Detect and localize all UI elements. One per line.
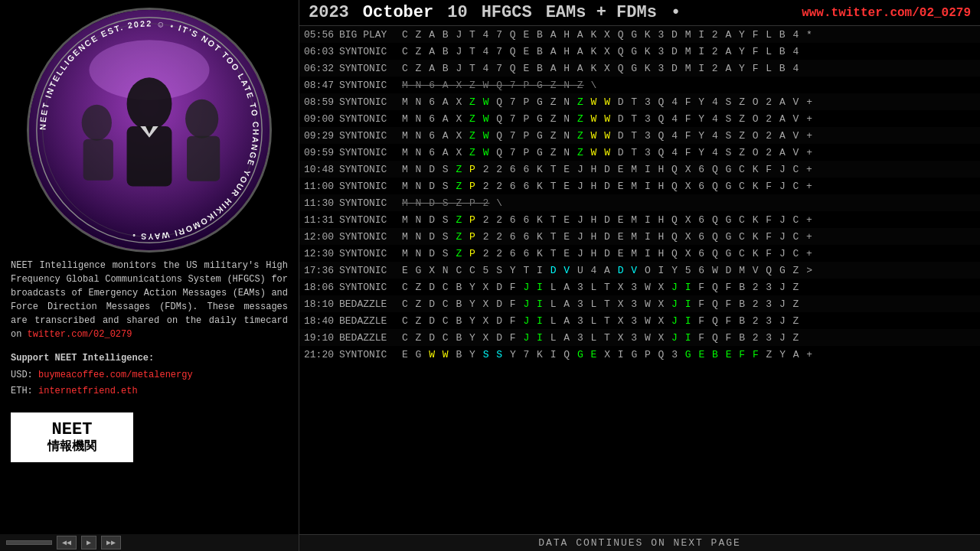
row-station: SYNTONIC	[339, 248, 402, 259]
header-types: EAMs + FDMs	[546, 3, 657, 22]
row-codes: M N 6 A X Z W Q 7 P G Z N Z \	[402, 80, 597, 91]
row-station: BEDAZZLE	[339, 332, 402, 344]
bottom-footer: DATA CONTINUES ON NEXT PAGE	[299, 534, 980, 551]
row-station: SYNTONIC	[339, 164, 402, 175]
svg-point-7	[82, 105, 112, 141]
row-codes: C Z A B J T 4 7 Q E B A H A K X Q G K 3 …	[402, 63, 799, 74]
row-codes: M N D S Z P 2 2 6 6 K T E J H D E M I H …	[402, 248, 813, 259]
row-time: 09:59	[304, 147, 339, 158]
usd-link[interactable]: buymeacoffee.com/metalenergy	[38, 370, 193, 380]
row-codes: C Z D C B Y X D F J I L A 3 L T X 3 W X …	[402, 282, 799, 293]
row-time: 18:40	[304, 315, 339, 327]
neet-logo: NEET 情報機関	[11, 412, 133, 463]
row-station: SYNTONIC	[339, 113, 402, 125]
row-time: 06:03	[304, 46, 339, 57]
table-row: 09:00 SYNTONIC M N 6 A X Z W Q 7 P G Z N…	[299, 110, 980, 127]
row-station: SYNTONIC	[339, 147, 402, 158]
table-row: 12:30 SYNTONIC M N D S Z P 2 2 6 6 K T E…	[299, 245, 980, 262]
row-codes: E G W W B Y S S Y 7 K I Q G E X I G P Q …	[402, 349, 813, 360]
row-station: SYNTONIC	[339, 130, 402, 142]
header-year: 2023	[309, 3, 349, 22]
table-row: 08:59 SYNTONIC M N 6 A X Z W Q 7 P G Z N…	[299, 93, 980, 110]
row-codes: C Z A B J T 4 7 Q E B A H A K X Q G K 3 …	[402, 46, 799, 57]
table-row: 11:00 SYNTONIC M N D S Z P 2 2 6 6 K T E…	[299, 178, 980, 194]
row-codes: C Z A B J T 4 7 Q E B A H A K X Q G K 3 …	[402, 29, 813, 41]
table-row: 08:47 SYNTONIC M N 6 A X Z W Q 7 P G Z N…	[299, 77, 980, 93]
row-station: SYNTONIC	[339, 349, 402, 360]
row-codes: C Z D C B Y X D F J I L A 3 L T X 3 W X …	[402, 332, 799, 344]
header-twitter: www.twitter.com/02_0279	[802, 6, 971, 20]
row-time: 08:59	[304, 96, 339, 108]
table-row: 05:56 BIG PLAY C Z A B J T 4 7 Q E B A H…	[299, 26, 980, 43]
table-row: 10:48 SYNTONIC M N D S Z P 2 2 6 6 K T E…	[299, 161, 980, 178]
row-codes: C Z D C B Y X D F J I L A 3 L T X 3 W X …	[402, 315, 799, 327]
row-codes: M N D S Z P 2 2 6 6 K T E J H D E M I H …	[402, 214, 813, 226]
table-row: 18:10 BEDAZZLE C Z D C B Y X D F J I L A…	[299, 295, 980, 312]
description-text: NEET Intelligence monitors the US milita…	[11, 259, 288, 341]
row-station: SYNTONIC	[339, 197, 402, 209]
data-table: 05:56 BIG PLAY C Z A B J T 4 7 Q E B A H…	[299, 26, 980, 534]
row-time: 21:20	[304, 349, 339, 360]
ctrl-btn2[interactable]: ▶	[81, 536, 96, 549]
header-system: HFGCS	[482, 3, 532, 22]
circle-image: NEET INTELLIGENCE EST. 2022 ☺ • IT'S NOT…	[29, 10, 270, 250]
table-row: 12:00 SYNTONIC M N D S Z P 2 2 6 6 K T E…	[299, 228, 980, 245]
table-row: 06:32 SYNTONIC C Z A B J T 4 7 Q E B A H…	[299, 60, 980, 77]
right-panel: 2023 October 10 HFGCS EAMs + FDMs • www.…	[299, 0, 980, 551]
header-month: October	[363, 3, 433, 22]
row-time: 06:32	[304, 63, 339, 74]
svg-rect-8	[83, 139, 113, 181]
row-codes: E G X N C C 5 S Y T I D V U 4 A D V O I …	[402, 265, 813, 276]
logo-line2: 情報機関	[24, 440, 119, 455]
row-station: SYNTONIC	[339, 96, 402, 108]
row-codes: M N D S Z P 2 2 6 6 K T E J H D E M I H …	[402, 231, 813, 243]
row-time: 09:00	[304, 113, 339, 125]
table-row: 11:31 SYNTONIC M N D S Z P 2 2 6 6 K T E…	[299, 211, 980, 228]
row-time: 11:00	[304, 181, 339, 192]
table-row: 17:36 SYNTONIC E G X N C C 5 S Y T I D V…	[299, 262, 980, 279]
row-codes: C Z D C B Y X D F J I L A 3 L T X 3 W X …	[402, 298, 799, 310]
twitter-link-desc[interactable]: twitter.com/02_0279	[28, 329, 132, 340]
row-time: 05:56	[304, 29, 339, 41]
row-time: 19:10	[304, 332, 339, 344]
ctrl-btn3[interactable]: ▶▶	[101, 536, 121, 549]
table-row: 06:03 SYNTONIC C Z A B J T 4 7 Q E B A H…	[299, 43, 980, 60]
row-codes: M N D S Z P 2 2 6 6 K T E J H D E M I H …	[402, 164, 813, 175]
support-title: Support NEET Intelligence:	[11, 353, 154, 364]
row-time: 11:31	[304, 214, 339, 226]
row-time: 12:00	[304, 231, 339, 243]
row-codes: M N 6 A X Z W Q 7 P G Z N Z W W D T 3 Q …	[402, 130, 813, 142]
row-codes: M N 6 A X Z W Q 7 P G Z N Z W W D T 3 Q …	[402, 96, 813, 108]
table-row: 18:40 BEDAZZLE C Z D C B Y X D F J I L A…	[299, 312, 980, 329]
svg-rect-6	[187, 136, 220, 181]
row-time: 17:36	[304, 265, 339, 276]
footer-text: DATA CONTINUES ON NEXT PAGE	[538, 537, 741, 549]
row-codes: M N D S Z P 2 2 6 6 K T E J H D E M I H …	[402, 181, 813, 192]
row-time: 18:10	[304, 298, 339, 310]
table-row: 11:30 SYNTONIC M N D S Z P 2 \	[299, 194, 980, 211]
row-station: SYNTONIC	[339, 46, 402, 57]
table-row: 09:29 SYNTONIC M N 6 A X Z W Q 7 P G Z N…	[299, 127, 980, 144]
table-row: 19:10 BEDAZZLE C Z D C B Y X D F J I L A…	[299, 329, 980, 346]
svg-point-5	[185, 99, 218, 139]
usd-label: USD:	[11, 370, 33, 380]
logo-line1: NEET	[24, 420, 119, 440]
eth-link[interactable]: internetfriend.eth	[38, 386, 138, 396]
row-time: 08:47	[304, 80, 339, 91]
row-station: SYNTONIC	[339, 214, 402, 226]
header-row: 2023 October 10 HFGCS EAMs + FDMs • www.…	[299, 0, 980, 26]
row-time: 12:30	[304, 248, 339, 259]
header-bullet: •	[671, 3, 681, 22]
row-station: SYNTONIC	[339, 181, 402, 192]
eth-label: ETH:	[11, 386, 33, 396]
row-station: SYNTONIC	[339, 80, 402, 91]
row-station: BEDAZZLE	[339, 315, 402, 327]
row-station: SYNTONIC	[339, 265, 402, 276]
profile-circle: NEET INTELLIGENCE EST. 2022 ☺ • IT'S NOT…	[27, 8, 272, 253]
row-time: 11:30	[304, 197, 339, 209]
table-row: 09:59 SYNTONIC M N 6 A X Z W Q 7 P G Z N…	[299, 144, 980, 161]
table-row: 18:06 SYNTONIC C Z D C B Y X D F J I L A…	[299, 279, 980, 295]
row-station: BEDAZZLE	[339, 298, 402, 310]
ctrl-btn1[interactable]: ◀◀	[57, 536, 77, 549]
table-row: 21:20 SYNTONIC E G W W B Y S S Y 7 K I Q…	[299, 346, 980, 363]
